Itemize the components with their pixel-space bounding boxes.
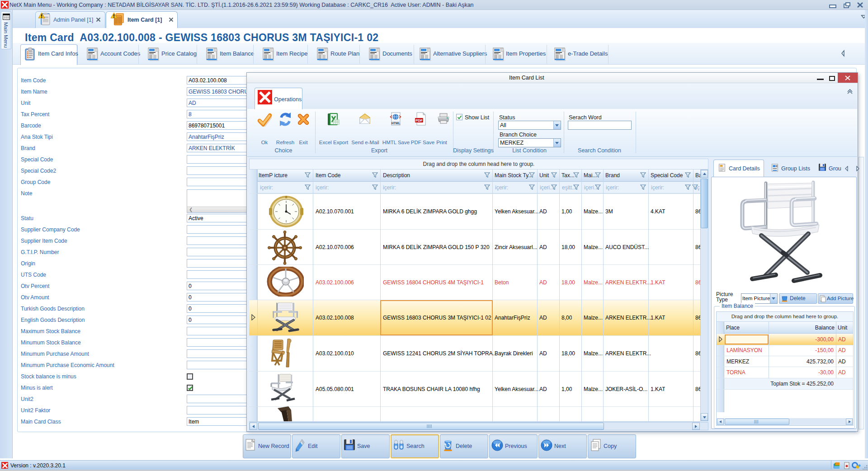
svg-text:PDF: PDF xyxy=(415,118,423,122)
svg-text:HTML: HTML xyxy=(392,122,401,125)
